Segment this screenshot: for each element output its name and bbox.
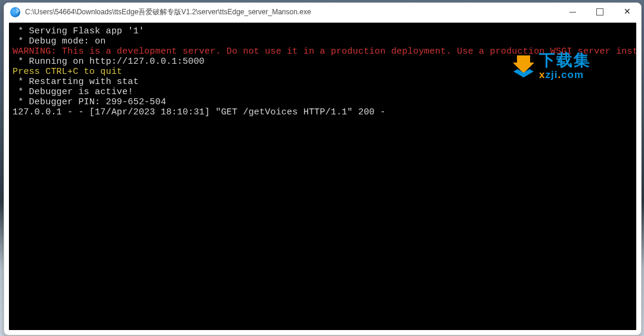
console-line: * Debug mode: on: [13, 36, 106, 46]
window-controls: ✕: [559, 3, 641, 21]
maximize-icon: [596, 8, 603, 15]
app-window: C:\Users\54664\Downloads\ttsEdge吾爱破解专版V1…: [4, 2, 642, 335]
console-text: * Serving Flask app '1' * Debug mode: on…: [9, 23, 636, 120]
maximize-button[interactable]: [586, 3, 614, 21]
minimize-button[interactable]: [559, 3, 586, 21]
console-line: WARNING: This is a development server. D…: [13, 46, 636, 57]
close-icon: ✕: [624, 7, 631, 15]
console-line: * Debugger is active!: [13, 87, 133, 97]
console-line: * Running on http://127.0.0.1:5000: [13, 57, 205, 67]
app-icon: [10, 7, 20, 17]
console-line: * Serving Flask app '1': [13, 26, 144, 36]
console-line: * Debugger PIN: 299-652-504: [13, 97, 166, 107]
console-line: * Restarting with stat: [13, 77, 139, 87]
console-line: Press CTRL+C to quit: [13, 67, 122, 77]
minimize-icon: [569, 12, 576, 13]
console-line: 127.0.0.1 - - [17/Apr/2023 18:10:31] "GE…: [13, 107, 386, 117]
console-area[interactable]: * Serving Flask app '1' * Debug mode: on…: [9, 23, 636, 330]
titlebar[interactable]: C:\Users\54664\Downloads\ttsEdge吾爱破解专版V1…: [4, 3, 641, 21]
close-button[interactable]: ✕: [614, 3, 641, 21]
title-text: C:\Users\54664\Downloads\ttsEdge吾爱破解专版V1…: [25, 7, 559, 17]
